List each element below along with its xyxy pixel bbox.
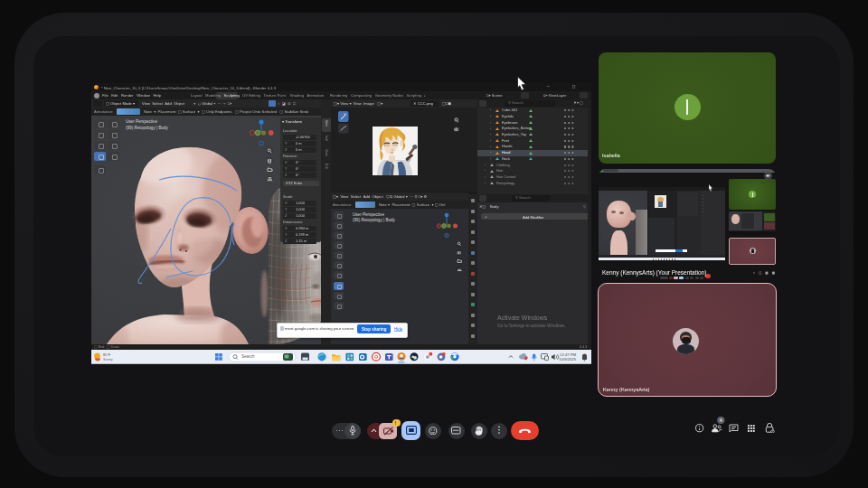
svg-text:4: 4 [720,418,722,423]
svg-text:(99) Retopology | Body: (99) Retopology | Body [126,126,169,130]
svg-text:User Perspective: User Perspective [353,212,384,217]
svg-text:10/5/2025: 10/5/2025 [559,357,576,361]
svg-text:User Perspective: User Perspective [126,119,157,124]
svg-text:81°F: 81°F [103,353,111,357]
svg-text:Sunny: Sunny [103,358,113,361]
svg-text:12:47 PM: 12:47 PM [560,352,576,357]
svg-text:Search: Search [241,354,255,359]
svg-text:(99) Retopology | Body: (99) Retopology | Body [353,218,396,222]
